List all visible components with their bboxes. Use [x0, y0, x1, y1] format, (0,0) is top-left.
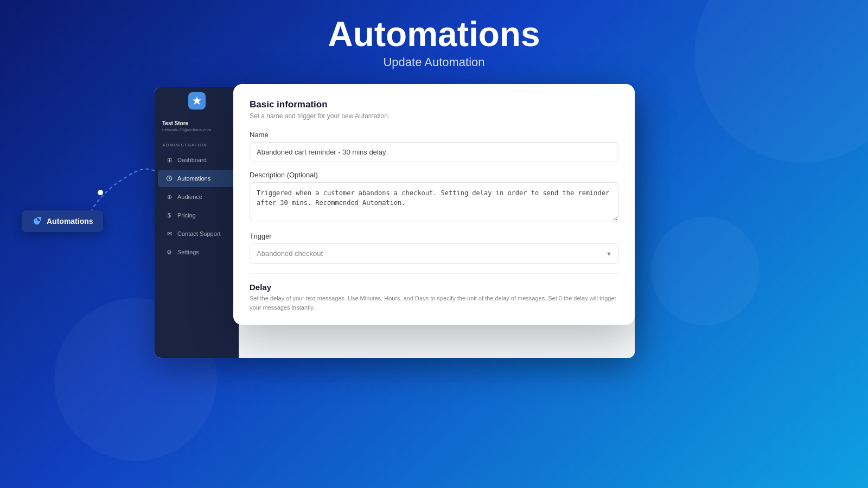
audience-icon: ⊕ [165, 193, 173, 201]
trigger-select-wrapper: Abandoned checkout Order placed Customer… [250, 243, 618, 264]
trigger-label: Trigger [250, 232, 618, 240]
pricing-icon: $ [165, 211, 173, 219]
sidebar-user-email: network-75@actions.com [162, 127, 231, 132]
sidebar-item-automations[interactable]: Automations [158, 170, 235, 187]
delay-title: Delay [250, 282, 618, 292]
description-form-group: Description (Optional) Triggered when a … [250, 171, 618, 223]
page-header: Automations Update Automation [0, 15, 868, 69]
sidebar-item-audience[interactable]: ⊕ Audience [158, 188, 235, 206]
page-main-subtitle: Update Automation [0, 55, 868, 69]
name-label: Name [250, 131, 618, 139]
delay-subtitle: Set the delay of your text messages. Use… [250, 294, 618, 312]
sidebar-item-dashboard[interactable]: ⊞ Dashboard [158, 151, 235, 169]
update-automation-modal: Basic information Set a name and trigger… [233, 84, 635, 325]
dashboard-icon: ⊞ [165, 156, 173, 164]
page-main-title: Automations [0, 15, 868, 53]
trigger-form-group: Trigger Abandoned checkout Order placed … [250, 232, 618, 264]
sidebar-item-settings[interactable]: ⚙ Settings [158, 243, 235, 261]
sidebar-item-dashboard-label: Dashboard [177, 157, 207, 163]
modal-section-title: Basic information [250, 99, 618, 110]
automations-pill-icon [31, 216, 42, 227]
app-logo-icon [188, 92, 206, 110]
sidebar-item-audience-label: Audience [177, 194, 202, 200]
sidebar-item-automations-label: Automations [177, 175, 210, 182]
trigger-select[interactable]: Abandoned checkout Order placed Customer… [250, 243, 618, 264]
sidebar-logo [155, 87, 239, 115]
sidebar-section-label: ADMINISTRATION [155, 143, 239, 151]
name-form-group: Name [250, 131, 618, 162]
name-input[interactable] [250, 142, 618, 162]
description-textarea[interactable]: Triggered when a customer abandons a che… [250, 182, 618, 221]
automations-icon [165, 175, 173, 182]
sidebar-item-settings-label: Settings [177, 249, 199, 255]
description-label: Description (Optional) [250, 171, 618, 179]
sidebar-item-contact-support-label: Contact Support [177, 230, 221, 237]
sidebar-item-pricing-label: Pricing [177, 212, 196, 219]
sidebar-user-name: Test Store [162, 120, 231, 126]
sidebar-item-pricing[interactable]: $ Pricing [158, 207, 235, 224]
contact-support-icon: ✉ [165, 230, 173, 237]
sidebar: Test Store network-75@actions.com ADMINI… [155, 87, 239, 358]
sidebar-user-info: Test Store network-75@actions.com [155, 115, 239, 138]
settings-icon: ⚙ [165, 248, 173, 256]
modal-section-subtitle: Set a name and trigger for your new Auto… [250, 112, 618, 120]
svg-point-0 [98, 190, 103, 195]
section-divider [250, 273, 618, 274]
automations-pill[interactable]: Automations [22, 210, 103, 232]
sidebar-item-contact-support[interactable]: ✉ Contact Support [158, 225, 235, 242]
automations-pill-label: Automations [47, 217, 93, 226]
